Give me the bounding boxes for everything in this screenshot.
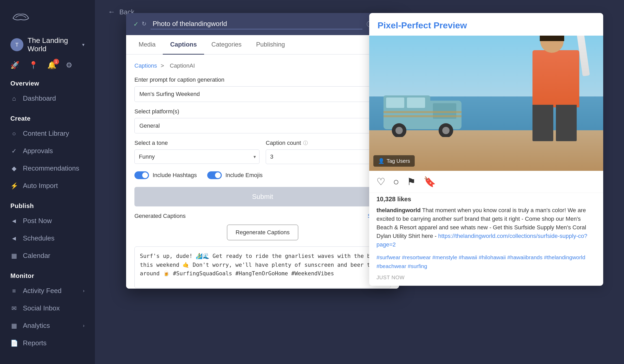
tab-categories[interactable]: Categories: [204, 35, 249, 55]
sidebar-item-label: Calendar: [23, 252, 50, 260]
dialog-header-icons: ✓ ↻: [133, 21, 146, 28]
person-figure: [527, 36, 584, 141]
tag-users-button[interactable]: 👤 Tag Users: [373, 155, 415, 167]
auto-import-icon: ⚡: [10, 182, 18, 190]
breadcrumb-current: CaptionAI: [170, 62, 195, 69]
sidebar-item-post-now[interactable]: ◄ Post Now: [0, 212, 95, 230]
preview-actions: ♡ ○ ⚑ 🔖: [369, 171, 603, 193]
avatar: T: [10, 38, 23, 51]
dialog-body: Captions > CaptionAI Enter prompt for ca…: [126, 55, 399, 289]
create-section-label: Create: [0, 107, 95, 125]
dialog-tabs: Media Captions Categories Publishing: [126, 35, 399, 55]
sidebar-icon-bar: 🚀 📍 🔔 1 ⚙: [0, 58, 95, 72]
caption-textarea[interactable]: Surf's up, dude! 🏄‍♂️🌊 Get ready to ride…: [134, 246, 391, 288]
emojis-toggle-label: Include Emojis: [225, 172, 263, 179]
tone-select-wrapper: Funny Professional Casual Inspirational …: [134, 150, 259, 164]
reports-icon: 📄: [10, 340, 18, 347]
sidebar-item-label: Social Inbox: [23, 304, 60, 312]
sidebar-item-activity-feed[interactable]: ≡ Activity Feed ›: [0, 282, 95, 300]
platform-select[interactable]: General Instagram Facebook Twitter Linke…: [134, 118, 391, 133]
surf-scene: [369, 36, 603, 171]
sidebar-item-calendar[interactable]: ▦ Calendar: [0, 247, 95, 264]
share-icon[interactable]: ⚑: [407, 176, 416, 187]
account-name: The Landing World: [28, 36, 76, 53]
comment-icon[interactable]: ○: [393, 176, 399, 187]
sidebar-item-auto-import[interactable]: ⚡ Auto Import: [0, 177, 95, 194]
approvals-icon: ✓: [10, 147, 18, 155]
overview-section-label: Overview: [0, 72, 95, 90]
heart-icon[interactable]: ♡: [376, 176, 385, 187]
chevron-right-icon: ›: [83, 323, 84, 328]
dialog-title-input[interactable]: [151, 19, 362, 29]
settings-icon[interactable]: ⚙: [66, 61, 72, 69]
sidebar-item-label: Dashboard: [23, 94, 56, 102]
preview-image: 👤 Tag Users: [369, 36, 603, 171]
prompt-input[interactable]: [134, 86, 391, 102]
platform-label: Select platform(s): [134, 108, 391, 115]
sidebar-item-label: Recommendations: [23, 164, 79, 172]
platform-select-wrapper: General Instagram Facebook Twitter Linke…: [134, 118, 391, 133]
tone-count-row: Select a tone Funny Professional Casual …: [134, 140, 391, 164]
tab-publishing[interactable]: Publishing: [249, 35, 292, 55]
tab-captions[interactable]: Captions: [163, 35, 204, 55]
brand-logo-icon: [10, 10, 31, 23]
account-selector[interactable]: T The Landing World ▾: [0, 31, 95, 58]
monitor-section-label: Monitor: [0, 264, 95, 282]
check-icon: ✓: [133, 21, 139, 28]
account-chevron-icon: ▾: [82, 42, 84, 48]
refresh-icon[interactable]: ↻: [142, 21, 146, 28]
count-info-icon: ⓘ: [303, 140, 308, 146]
svg-point-6: [395, 127, 403, 134]
svg-rect-10: [384, 115, 462, 117]
sidebar-item-social-inbox[interactable]: ✉ Social Inbox: [0, 300, 95, 317]
tag-users-label: Tag Users: [387, 158, 410, 164]
dialog-header: ✓ ↻ ⓘ ⤢ ✕: [126, 13, 399, 35]
sidebar-item-label: Analytics: [23, 322, 50, 330]
regenerate-button[interactable]: Regenerate Captions: [227, 225, 298, 240]
svg-rect-3: [407, 98, 425, 108]
rocket-icon[interactable]: 🚀: [10, 61, 20, 69]
sidebar-item-approvals[interactable]: ✓ Approvals: [0, 142, 95, 160]
recommendations-icon: ◆: [10, 165, 18, 172]
sidebar-item-label: Activity Feed: [23, 287, 62, 295]
preview-caption: thelandingworld That moment when you kno…: [369, 204, 603, 252]
caption-ai-dialog: ✓ ↻ ⓘ ⤢ ✕ Media Captions Categories Publ…: [126, 13, 399, 289]
sidebar-item-label: Approvals: [23, 147, 53, 155]
schedules-icon: ◄: [10, 235, 18, 242]
sidebar-item-analytics[interactable]: ▦ Analytics ›: [0, 317, 95, 334]
publish-section-label: Publish: [0, 194, 95, 212]
svg-rect-9: [384, 111, 462, 113]
calendar-icon: ▦: [10, 252, 18, 259]
sidebar-logo: [0, 0, 95, 31]
notification-icon[interactable]: 🔔 1: [47, 61, 56, 69]
sidebar-item-content-library[interactable]: ○ Content Library: [0, 125, 95, 142]
generated-captions-row: Generated Captions Select all: [134, 213, 391, 219]
bookmark-icon[interactable]: 🔖: [424, 176, 436, 187]
surf-van-svg: [381, 85, 469, 137]
submit-button[interactable]: Submit: [134, 187, 391, 206]
sidebar-item-label: Reports: [23, 339, 47, 347]
emojis-toggle[interactable]: [207, 171, 222, 179]
chevron-right-icon: ›: [83, 288, 84, 294]
tone-col: Select a tone Funny Professional Casual …: [134, 140, 259, 164]
breadcrumb-parent-link[interactable]: Captions: [134, 62, 157, 69]
prompt-label: Enter prompt for caption generation: [134, 76, 391, 83]
dashboard-icon: ⌂: [10, 95, 18, 102]
toggles-row: Include Hashtags Include Emojis: [134, 171, 391, 179]
preview-title: Pixel-Perfect Preview: [369, 13, 603, 36]
tab-media[interactable]: Media: [131, 35, 163, 55]
hashtags-toggle[interactable]: [134, 171, 149, 179]
sidebar-item-schedules[interactable]: ◄ Schedules: [0, 230, 95, 247]
hashtags-toggle-label: Include Hashtags: [153, 172, 197, 179]
location-icon[interactable]: 📍: [29, 61, 38, 69]
hashtags-toggle-item: Include Hashtags: [134, 171, 197, 179]
social-inbox-icon: ✉: [10, 305, 18, 312]
back-arrow-icon[interactable]: ←: [108, 8, 115, 16]
sidebar-item-dashboard[interactable]: ⌂ Dashboard: [0, 90, 95, 107]
preview-panel: Pixel-Perfect Preview: [369, 13, 603, 286]
sidebar-item-recommendations[interactable]: ◆ Recommendations: [0, 160, 95, 177]
generated-captions-label: Generated Captions: [134, 213, 186, 219]
sidebar-item-reports[interactable]: 📄 Reports: [0, 334, 95, 352]
tone-select[interactable]: Funny Professional Casual Inspirational …: [134, 150, 259, 164]
tone-label: Select a tone: [134, 140, 259, 146]
